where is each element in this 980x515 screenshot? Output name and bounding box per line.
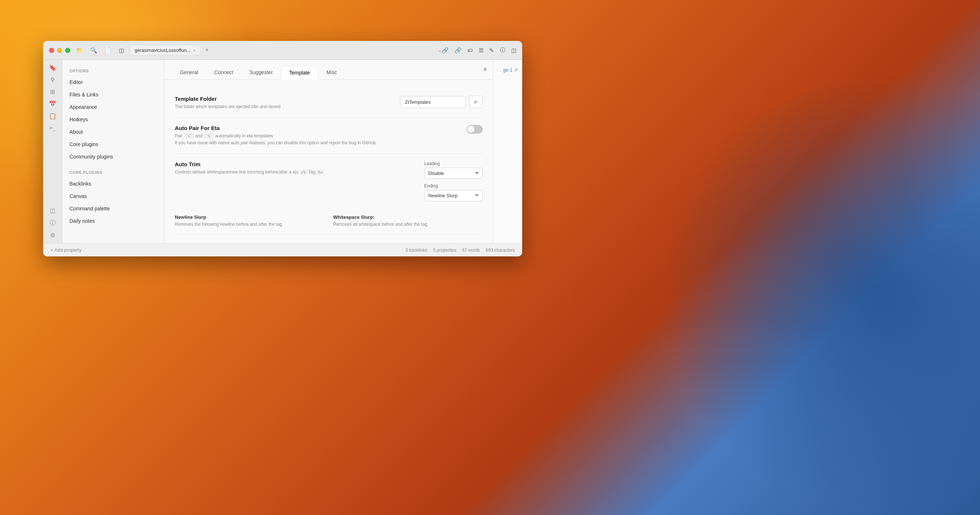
- settings-content: Template Folder The folder which templat…: [165, 79, 493, 243]
- ending-control: Ending Newline Slurp Disable Enable: [424, 183, 483, 201]
- core-plugins-section-title: Core plugins: [62, 169, 164, 177]
- page-link[interactable]: ge 1 ↗: [503, 67, 518, 73]
- layout-icon[interactable]: ◫: [511, 47, 516, 54]
- image-frame-icon[interactable]: ◫: [50, 207, 55, 214]
- properties-count: 5 properties: [433, 248, 457, 253]
- settings-tabs: General Connect Suggester Template Misc: [165, 60, 483, 79]
- help-icon[interactable]: ⓘ: [50, 219, 56, 227]
- sidebar-item-editor[interactable]: Editor: [62, 76, 164, 89]
- tab-misc[interactable]: Misc: [318, 66, 345, 79]
- ending-select[interactable]: Newline Slurp Disable Enable: [424, 190, 483, 201]
- leading-control: Leading Disable Enable: [424, 161, 483, 179]
- whitespace-slurp-desc: Removes all whitespace before and after …: [333, 221, 483, 228]
- edit-icon[interactable]: ✎: [489, 47, 494, 54]
- bookmark-icon[interactable]: 🔖: [49, 64, 56, 71]
- tab-connect[interactable]: Connect: [206, 66, 241, 79]
- auto-pair-title: Auto Pair For Eta: [175, 125, 459, 131]
- graph-icon[interactable]: ⚲: [51, 76, 55, 83]
- options-section-title: Options: [62, 67, 164, 76]
- tab-suggester[interactable]: Suggester: [241, 66, 281, 79]
- characters-count: 693 characters: [486, 248, 515, 253]
- tab-close-icon[interactable]: ×: [193, 48, 196, 52]
- sidebar-item-about[interactable]: About: [62, 126, 164, 138]
- app-window: 📁 🔍 📄 ◫ gerasimaviciusLossoffun... × + ⌄…: [43, 41, 522, 257]
- update-note-row: Update Note You can find update note opt…: [175, 235, 483, 243]
- add-tab-button[interactable]: +: [202, 46, 212, 54]
- sidebar-item-core-plugins[interactable]: Core plugins: [62, 138, 164, 151]
- traffic-lights: [49, 48, 70, 53]
- template-folder-info: Template Folder The folder which templat…: [175, 96, 393, 110]
- sidebar-item-hotkeys[interactable]: Hotkeys: [62, 113, 164, 126]
- leading-label: Leading: [424, 161, 483, 166]
- newline-slurp-title: Newline Slurp: [175, 214, 325, 220]
- ending-label: Ending: [424, 183, 483, 189]
- newline-slurp-info: Newline Slurp Removes the following newl…: [175, 214, 325, 228]
- settings-icon[interactable]: ⚙: [50, 232, 55, 239]
- template-folder-control: ✓: [400, 96, 483, 108]
- right-toolbar: 🔗 🔗 🏷 ☰ ✎ ⓘ ◫: [442, 47, 516, 54]
- minimize-button[interactable]: [57, 48, 62, 53]
- tab-bar: gerasimaviciusLossoffun... × +: [130, 45, 435, 55]
- sidebar-item-files-links[interactable]: Files & Links: [62, 89, 164, 101]
- settings-main: General Connect Suggester Template Misc: [165, 60, 493, 243]
- folder-icon[interactable]: 📁: [76, 47, 83, 54]
- calendar-icon[interactable]: 📅: [49, 100, 56, 108]
- auto-trim-title: Auto Trim: [175, 161, 417, 167]
- search-icon[interactable]: 🔍: [90, 47, 97, 54]
- leading-select[interactable]: Disable Enable: [424, 168, 483, 179]
- terminal-icon[interactable]: >_: [49, 125, 56, 131]
- auto-trim-row: Auto Trim Controls default whitespace/ne…: [175, 154, 483, 235]
- trim-controls: Leading Disable Enable Ending N: [424, 161, 483, 201]
- active-tab[interactable]: gerasimaviciusLossoffun... ×: [130, 45, 200, 55]
- tab-general[interactable]: General: [172, 66, 206, 79]
- template-folder-confirm-button[interactable]: ✓: [469, 96, 483, 108]
- slurp-descriptions: Newline Slurp Removes the following newl…: [175, 214, 483, 228]
- checkmark-icon: ✓: [474, 99, 478, 105]
- copy-icon[interactable]: 📋: [49, 113, 56, 119]
- tab-template[interactable]: Template: [281, 66, 318, 79]
- sidebar-item-community-plugins[interactable]: Community plugins: [62, 151, 164, 163]
- auto-pair-desc2: If you have issue with native auto pair …: [175, 139, 459, 146]
- list-icon[interactable]: ☰: [479, 47, 484, 54]
- settings-dialog: Options Editor Files & Links Appearance …: [62, 60, 522, 243]
- toolbar-icons: 📁 🔍 📄 ◫: [76, 47, 124, 54]
- sidebar-item-backlinks[interactable]: Backlinks: [62, 177, 164, 190]
- newline-slurp-desc: Removes the following newline before and…: [175, 221, 325, 228]
- tag-icon[interactable]: 🏷: [467, 47, 473, 53]
- tab-label: gerasimaviciusLossoffun...: [135, 48, 191, 53]
- page-area: ge 1 ↗: [493, 60, 522, 243]
- template-folder-row: Template Folder The folder which templat…: [175, 89, 483, 117]
- auto-pair-toggle[interactable]: [466, 125, 483, 134]
- sidebar-item-canvas[interactable]: Canvas: [62, 190, 164, 202]
- auto-trim-info: Auto Trim Controls default whitespace/ne…: [175, 161, 417, 176]
- template-folder-desc: The folder which templates are ejected i…: [175, 103, 393, 110]
- settings-sidebar: Options Editor Files & Links Appearance …: [62, 60, 165, 243]
- add-property-label: + Add property: [51, 247, 81, 253]
- sidebar-item-daily-notes[interactable]: Daily notes: [62, 215, 164, 227]
- backlinks-count: 0 backlinks: [406, 248, 427, 253]
- grid-icon[interactable]: ⊞: [50, 89, 55, 95]
- auto-pair-control: [466, 125, 483, 134]
- template-folder-input[interactable]: [400, 96, 466, 108]
- sidebar-item-appearance[interactable]: Appearance: [62, 101, 164, 113]
- maximize-button[interactable]: [65, 48, 70, 53]
- words-count: 67 words: [462, 248, 480, 253]
- auto-pair-desc1: Pair `<` and `%` automatically in eta te…: [175, 133, 459, 139]
- document-icon[interactable]: 📄: [105, 47, 111, 54]
- info-icon[interactable]: ⓘ: [500, 47, 505, 54]
- sidebar-item-command-palette[interactable]: Command palette: [62, 202, 164, 215]
- title-bar: 📁 🔍 📄 ◫ gerasimaviciusLossoffun... × + ⌄…: [43, 41, 522, 60]
- sidebar-toggle-icon[interactable]: ◫: [119, 47, 124, 54]
- backlink-icon[interactable]: 🔗: [455, 47, 461, 54]
- auto-trim-desc: Controls default whitespace/new line tri…: [175, 169, 417, 176]
- bottom-stats: 0 backlinks 5 properties 67 words 693 ch…: [406, 248, 515, 253]
- whitespace-slurp-info: Whitespace Slurp: Removes all whitespace…: [333, 214, 483, 228]
- tab-dropdown-icon[interactable]: ⌄: [438, 48, 442, 53]
- whitespace-slurp-title: Whitespace Slurp:: [333, 214, 483, 220]
- add-property-button[interactable]: + Add property: [51, 247, 81, 253]
- close-button[interactable]: [49, 48, 54, 53]
- auto-pair-row: Auto Pair For Eta Pair `<` and `%` autom…: [175, 117, 483, 154]
- link-icon[interactable]: 🔗: [442, 47, 449, 54]
- template-folder-title: Template Folder: [175, 96, 393, 102]
- modal-close-button[interactable]: ×: [483, 66, 487, 73]
